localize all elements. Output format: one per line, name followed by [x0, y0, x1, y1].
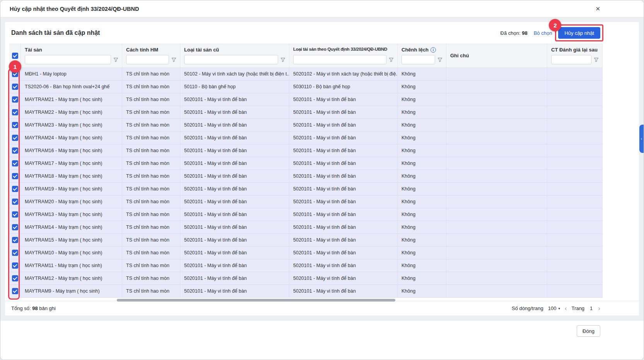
filter-ct-input[interactable]	[551, 55, 591, 64]
row-checkbox[interactable]	[12, 250, 18, 256]
table-row[interactable]: MAYTRAM20 - Máy trạm ( học sinh) TS chỉ …	[9, 195, 603, 208]
row-checkbox[interactable]	[12, 275, 18, 281]
row-checkbox[interactable]	[12, 237, 18, 243]
asset-cell: MAYTRAM21 - Máy trạm ( học sinh)	[21, 93, 122, 106]
total-value: 98	[32, 305, 38, 311]
table-row[interactable]: MAYTRAM14 - Máy trạm ( học sinh) TS chỉ …	[9, 221, 603, 234]
asset-cell: MAYTRAM22 - Máy trạm ( học sinh)	[21, 106, 122, 118]
ct-cell	[547, 93, 603, 106]
row-checkbox[interactable]	[12, 84, 18, 90]
filter-icon[interactable]	[389, 57, 394, 62]
old-type-cell: 5020101 - Máy vi tính để bàn	[180, 144, 289, 157]
new-type-cell: 5020101 - Máy vi tính để bàn	[289, 195, 398, 208]
table-row[interactable]: MAYTRAM21 - Máy trạm ( học sinh) TS chỉ …	[9, 93, 603, 106]
difference-cell: Không	[398, 285, 446, 297]
panel-footer: Tổng số: 98 bản ghi Số dòng/trang 100 ▾ …	[5, 301, 639, 315]
next-page-icon[interactable]: ›	[598, 305, 600, 312]
collapse-panel-tab[interactable]: ‹	[639, 125, 644, 153]
table-row[interactable]: MĐH1 - Máy loptop TS chỉ tính hao mòn 50…	[9, 68, 603, 81]
info-icon[interactable]: i	[430, 47, 436, 53]
row-checkbox[interactable]	[12, 147, 18, 154]
row-checkbox[interactable]	[12, 224, 18, 230]
row-checkbox[interactable]	[12, 211, 18, 218]
filter-new-type-input[interactable]	[293, 55, 386, 64]
note-cell	[446, 132, 547, 144]
table-body: MĐH1 - Máy loptop TS chỉ tính hao mòn 50…	[9, 68, 603, 298]
note-cell	[446, 68, 547, 80]
method-cell: TS chỉ tính hao mòn	[122, 93, 180, 106]
row-checkbox-cell	[9, 132, 21, 144]
filter-icon[interactable]	[171, 57, 177, 62]
dialog-title: Hủy cập nhật theo Quyết định 33/2024/QĐ-…	[10, 6, 139, 12]
filter-method-input[interactable]	[126, 55, 169, 64]
row-checkbox[interactable]	[12, 173, 18, 179]
filter-difference-input[interactable]	[401, 55, 435, 64]
row-checkbox-cell	[9, 195, 21, 208]
row-checkbox-cell	[9, 106, 21, 118]
row-checkbox[interactable]	[12, 186, 18, 192]
new-type-cell: 5020101 - Máy vi tính để bàn	[289, 106, 398, 118]
table-row[interactable]: MAYTRAM24 - Máy trạm ( học sinh) TS chỉ …	[9, 132, 603, 144]
filter-icon[interactable]	[113, 57, 119, 62]
ct-cell	[547, 119, 603, 131]
table-row[interactable]: MAYTRAM23 - Máy trạm ( học sinh) TS chỉ …	[9, 119, 603, 132]
new-type-cell: 5020101 - Máy vi tính để bàn	[289, 119, 398, 131]
table-row[interactable]: MAYTRAM10 - Máy trạm ( học sinh) TS chỉ …	[9, 247, 603, 259]
filter-icon[interactable]	[280, 57, 286, 62]
prev-page-icon[interactable]: ‹	[565, 305, 567, 312]
cancel-update-button-wrap: 2 Hủy cập nhật	[558, 27, 600, 39]
method-cell: TS chỉ tính hao mòn	[122, 106, 180, 118]
row-checkbox-cell	[9, 259, 21, 272]
close-icon[interactable]: ✕	[595, 6, 600, 12]
table-row[interactable]: TS2020-06 - Bàn họp hình oval+24 ghế TS …	[9, 81, 603, 93]
row-checkbox-cell	[9, 272, 21, 285]
table-row[interactable]: MAYTRAM17 - Máy trạm ( học sinh) TS chỉ …	[9, 157, 603, 170]
per-page-select[interactable]: 100 ▾	[548, 305, 560, 311]
column-header-difference: Chênh lệch	[401, 47, 429, 53]
asset-cell: MAYTRAM23 - Máy trạm ( học sinh)	[21, 119, 122, 131]
row-checkbox[interactable]	[12, 122, 18, 128]
table-row[interactable]: MAYTRAM11 - Máy trạm ( học sinh) TS chỉ …	[9, 259, 603, 272]
asset-cell: TS2020-06 - Bàn họp hình oval+24 ghế	[21, 81, 122, 93]
old-type-cell: 5020101 - Máy vi tính để bàn	[180, 157, 289, 170]
asset-cell: MAYTRAM15 - Máy trạm ( học sinh)	[21, 234, 122, 246]
note-cell	[446, 93, 547, 106]
table-row[interactable]: MAYTRAM18 - Máy trạm ( học sinh) TS chỉ …	[9, 170, 603, 183]
table-row[interactable]: MAYTRAM13 - Máy trạm ( học sinh) TS chỉ …	[9, 208, 603, 221]
row-checkbox[interactable]	[12, 135, 18, 141]
table-row[interactable]: MAYTRAM19 - Máy trạm ( học sinh) TS chỉ …	[9, 183, 603, 195]
row-checkbox[interactable]	[12, 288, 18, 294]
filter-icon[interactable]	[594, 57, 599, 62]
table-row[interactable]: MAYTRAM12 - Máy trạm ( học sinh) TS chỉ …	[9, 272, 603, 285]
row-checkbox[interactable]	[12, 199, 18, 205]
selected-count-value: 98	[522, 30, 527, 36]
asset-cell: MAYTRAM19 - Máy trạm ( học sinh)	[21, 183, 122, 195]
old-type-cell: 5020101 - Máy vi tính để bàn	[180, 106, 289, 118]
cancel-update-button[interactable]: Hủy cập nhật	[558, 27, 600, 39]
close-dialog-button[interactable]: Đóng	[577, 325, 600, 337]
row-checkbox[interactable]	[12, 262, 18, 269]
filter-asset-input[interactable]	[25, 55, 111, 64]
table-row[interactable]: MAYTRAM16 - Máy trạm ( học sinh) TS chỉ …	[9, 144, 603, 157]
row-checkbox[interactable]	[12, 160, 18, 166]
filter-old-type-input[interactable]	[184, 55, 278, 64]
difference-cell: Không	[398, 247, 446, 259]
horizontal-scrollbar-thumb[interactable]	[117, 299, 395, 302]
deselect-link[interactable]: Bỏ chọn	[534, 30, 552, 36]
ct-cell	[547, 157, 603, 170]
pagination: Số dòng/trang 100 ▾ ‹ Trang 1 ›	[512, 305, 600, 312]
method-cell: TS chỉ tính hao mòn	[122, 119, 180, 131]
row-checkbox-cell	[9, 247, 21, 259]
filter-icon[interactable]	[437, 57, 443, 62]
difference-cell: Không	[398, 259, 446, 272]
table-row[interactable]: MAYTRAM9 - Máy trạm ( học sinh) TS chỉ t…	[9, 285, 603, 298]
row-checkbox[interactable]	[12, 96, 18, 103]
difference-cell: Không	[398, 157, 446, 170]
ct-cell	[547, 144, 603, 157]
select-all-checkbox[interactable]	[12, 53, 18, 59]
table-row[interactable]: MAYTRAM22 - Máy trạm ( học sinh) TS chỉ …	[9, 106, 603, 119]
table-row[interactable]: MAYTRAM15 - Máy trạm ( học sinh) TS chỉ …	[9, 234, 603, 247]
row-checkbox[interactable]	[12, 71, 18, 77]
row-checkbox[interactable]	[12, 109, 18, 115]
panel-header: Danh sách tài sản đã cập nhật Đã chọn: 9…	[5, 22, 639, 44]
